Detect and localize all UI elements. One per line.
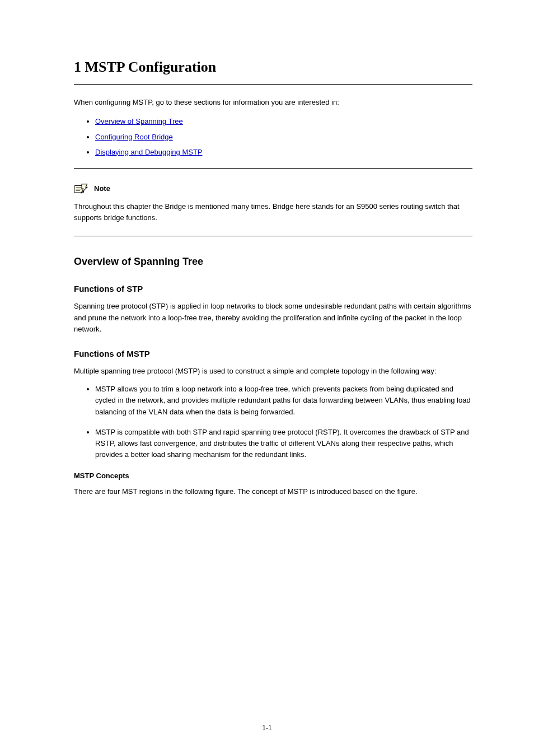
toc-item: Displaying and Debugging MSTP xyxy=(95,147,472,158)
toc-list: Overview of Spanning Tree Configuring Ro… xyxy=(95,116,472,157)
toc-link-overview[interactable]: Overview of Spanning Tree xyxy=(95,117,183,125)
subsection-stp-functions: Functions of STP xyxy=(74,282,472,295)
note-header: Note xyxy=(74,183,472,194)
concepts-paragraph-1: There are four MST regions in the follow… xyxy=(74,486,472,497)
subsection-mstp-functions: Functions of MSTP xyxy=(74,347,472,360)
chapter-title: 1 MSTP Configuration xyxy=(74,56,472,78)
lead-text: When configuring MSTP, go to these secti… xyxy=(74,97,472,108)
toc-link-display-debug[interactable]: Displaying and Debugging MSTP xyxy=(95,148,203,156)
note-callout: Note Throughout this chapter the Bridge … xyxy=(74,168,472,236)
page-number: 1-1 xyxy=(0,723,534,734)
stp-paragraph-1: Spanning tree protocol (STP) is applied … xyxy=(74,301,472,334)
note-text: Throughout this chapter the Bridge is me… xyxy=(74,201,472,223)
mstp-bullet-list: MSTP allows you to trim a loop network i… xyxy=(95,384,472,460)
mstp-paragraph-lead: Multiple spanning tree protocol (MSTP) i… xyxy=(74,366,472,377)
list-item: MSTP allows you to trim a loop network i… xyxy=(95,384,472,417)
toc-item: Overview of Spanning Tree xyxy=(95,116,472,127)
toc-link-root-bridge[interactable]: Configuring Root Bridge xyxy=(95,133,173,141)
note-icon xyxy=(74,183,90,194)
chapter-rule xyxy=(74,84,472,85)
toc-item: Configuring Root Bridge xyxy=(95,132,472,143)
list-item: MSTP is compatible with both STP and rap… xyxy=(95,427,472,460)
note-label: Note xyxy=(94,183,110,194)
subsubsection-mstp-concepts: MSTP Concepts xyxy=(74,470,472,482)
section-overview-heading: Overview of Spanning Tree xyxy=(74,254,472,270)
